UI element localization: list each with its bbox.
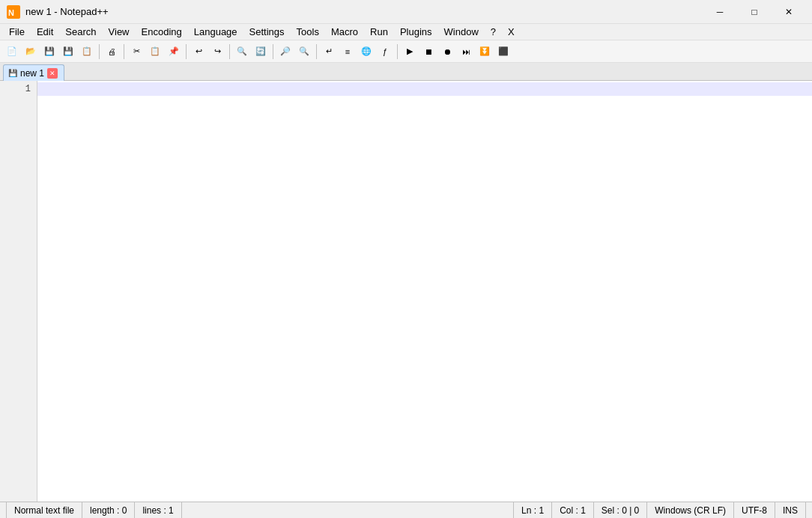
menu-bar: FileEditSearchViewEncodingLanguageSettin… [0, 24, 812, 40]
toolbar: 📄📂💾💾📋🖨✂📋📌↩↪🔍🔄🔎🔍↵≡🌐ƒ▶⏹⏺⏭⏬⬛ [0, 40, 812, 63]
menu-item-settings[interactable]: Settings [243, 25, 291, 39]
status-encoding: UTF-8 [734, 502, 775, 518]
menu-item-search[interactable]: Search [59, 25, 102, 39]
status-file-type: Normal text file [6, 502, 82, 518]
toolbar-separator [186, 44, 187, 59]
toolbar-btn-open[interactable]: 📂 [22, 43, 40, 61]
tab-label: new 1 [20, 68, 44, 79]
tab-bar: 💾 new 1 ✕ [0, 63, 812, 81]
menu-item-encoding[interactable]: Encoding [136, 25, 188, 39]
toolbar-btn-btn1[interactable]: ▶ [401, 43, 419, 61]
menu-item-tools[interactable]: Tools [291, 25, 325, 39]
toolbar-btn-copy[interactable]: 📋 [146, 43, 164, 61]
status-right: Ln : 1 Col : 1 Sel : 0 | 0 Windows (CR L… [513, 502, 806, 518]
toolbar-separator [273, 44, 273, 59]
window-title: new 1 - Notepad++ [25, 6, 703, 17]
toolbar-btn-btn4[interactable]: ⏭ [457, 43, 475, 61]
menu-item-plugins[interactable]: Plugins [394, 25, 438, 39]
toolbar-btn-print[interactable]: 🖨 [103, 43, 121, 61]
toolbar-btn-btn3[interactable]: ⏺ [438, 43, 456, 61]
toolbar-separator [397, 44, 398, 59]
toolbar-separator [316, 44, 317, 59]
toolbar-btn-funclist[interactable]: ƒ [376, 43, 394, 61]
toolbar-btn-new[interactable]: 📄 [3, 43, 21, 61]
toolbar-separator [99, 44, 100, 59]
toolbar-btn-zoomout[interactable]: 🔍 [295, 43, 313, 61]
status-mode: INS [775, 502, 806, 518]
toolbar-btn-btn6[interactable]: ⬛ [494, 43, 512, 61]
toolbar-btn-replace[interactable]: 🔄 [252, 43, 270, 61]
toolbar-btn-redo[interactable]: ↪ [208, 43, 226, 61]
editor-area: 1 [0, 81, 812, 502]
menu-item-help[interactable]: ? [485, 25, 502, 39]
menu-item-edit[interactable]: Edit [31, 25, 59, 39]
menu-item-file[interactable]: File [3, 25, 31, 39]
menu-item-window[interactable]: Window [438, 25, 485, 39]
line-number-1: 1 [0, 82, 31, 96]
toolbar-btn-btn5[interactable]: ⏬ [476, 43, 494, 61]
toolbar-btn-btn2[interactable]: ⏹ [419, 43, 437, 61]
toolbar-btn-find[interactable]: 🔍 [233, 43, 251, 61]
toolbar-separator [229, 44, 230, 59]
app-icon: N [6, 4, 21, 19]
tab-new1[interactable]: 💾 new 1 ✕ [3, 64, 64, 81]
toolbar-separator [124, 44, 124, 59]
menu-item-run[interactable]: Run [364, 25, 394, 39]
status-lines: lines : 1 [135, 502, 181, 518]
menu-item-macro[interactable]: Macro [325, 25, 364, 39]
status-column: Col : 1 [552, 502, 594, 518]
status-position: Ln : 1 [513, 502, 552, 518]
minimize-button[interactable]: ─ [703, 0, 737, 24]
toolbar-btn-cut[interactable]: ✂ [127, 43, 145, 61]
toolbar-btn-zoomin[interactable]: 🔎 [276, 43, 294, 61]
toolbar-btn-undo[interactable]: ↩ [190, 43, 207, 61]
status-line-ending: Windows (CR LF) [647, 502, 734, 518]
editor-content[interactable] [37, 81, 812, 502]
toolbar-btn-closeall[interactable]: 📋 [78, 43, 96, 61]
toolbar-btn-save[interactable]: 💾 [40, 43, 58, 61]
toolbar-btn-wordwrap[interactable]: ↵ [320, 43, 338, 61]
status-selection: Sel : 0 | 0 [594, 502, 647, 518]
menu-item-view[interactable]: View [103, 25, 136, 39]
toolbar-btn-saveas[interactable]: 💾 [59, 43, 77, 61]
menu-item-close-x[interactable]: X [502, 25, 521, 39]
status-length: length : 0 [82, 502, 135, 518]
window-controls: ─ □ ✕ [703, 0, 806, 24]
title-bar: N new 1 - Notepad++ ─ □ ✕ [0, 0, 812, 24]
status-bar: Normal text file length : 0 lines : 1 Ln… [0, 502, 812, 518]
svg-text:N: N [8, 8, 14, 17]
menu-item-language[interactable]: Language [188, 25, 243, 39]
line-numbers: 1 [0, 81, 37, 502]
maximize-button[interactable]: □ [737, 0, 772, 24]
toolbar-btn-paste[interactable]: 📌 [165, 43, 183, 61]
editor-textarea[interactable] [37, 81, 812, 502]
tab-file-icon: 💾 [8, 69, 17, 77]
toolbar-btn-listicon[interactable]: ≡ [339, 43, 357, 61]
close-button[interactable]: ✕ [772, 0, 806, 24]
tab-close-button[interactable]: ✕ [47, 68, 58, 79]
toolbar-btn-browsebtn[interactable]: 🌐 [357, 43, 375, 61]
